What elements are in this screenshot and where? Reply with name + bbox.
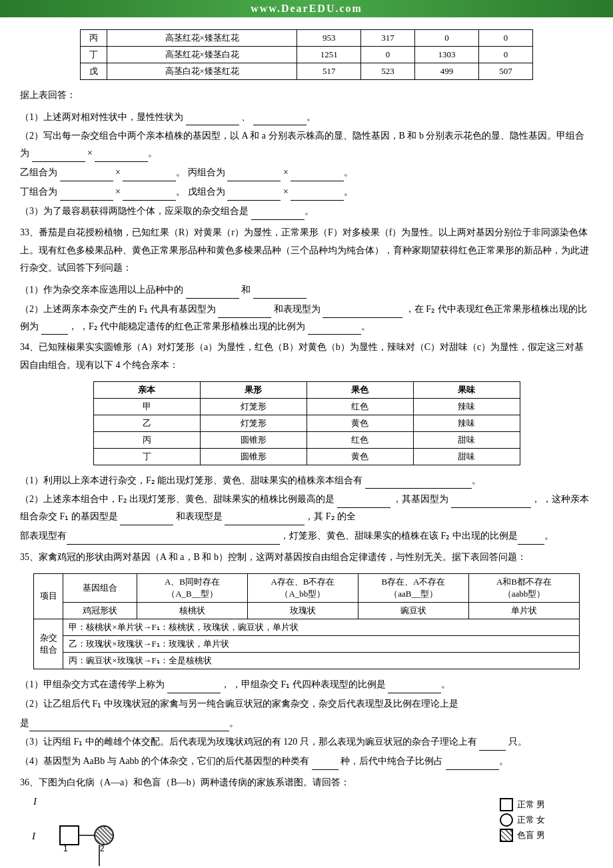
legend-affected-male: 色盲 男 <box>500 829 593 842</box>
q35-2-block: （2）让乙组后代 F₁ 中玫瑰状冠的家禽与另一纯合豌豆状冠的家禽杂交，杂交后代表… <box>20 695 593 713</box>
q35-1-block: （1）甲组杂交方式在遗传学上称为 ， ，甲组杂交 F₁ 代四种表现型的比例是 。 <box>20 676 593 693</box>
pedigree-section: I I 1 <box>20 796 593 868</box>
q34-2-cont: 部表现型有，灯笼形、黄色、甜味果实的植株在该 F₂ 中出现的比例是。 <box>20 527 593 545</box>
q34-2-block: （2）上述亲本组合中，F₂ 出现灯笼形、黄色、甜味果实的植株比例最高的是 ，其基… <box>20 491 593 525</box>
table-row: 丁圆锥形黄色甜味 <box>93 448 520 465</box>
q36-intro: 36、下图为白化病（A—a）和色盲（B—b）两种遗传病的家族系谱图。请回答： <box>20 774 593 792</box>
q2-ding-block: 丁组合为 × 。 戊组合为 × 。 <box>20 183 593 201</box>
q2-wu-blank2 <box>291 190 344 201</box>
q1-blank2 <box>253 115 306 125</box>
q33-2-blank1 <box>218 307 271 318</box>
q33-1-block: （1）作为杂交亲本应选用以上品种中的 和 <box>20 281 593 299</box>
q34-2-blank5 <box>67 534 280 545</box>
q3-blank <box>251 209 305 220</box>
q33-1-blank2 <box>253 288 306 299</box>
q2-bing-blank1 <box>227 171 281 181</box>
site-header: www.DearEDU.com <box>0 0 613 17</box>
q33-2-block: （2）上述两亲本杂交产生的 F₁ 代具有基因型为 和表现型为 ，在 F₂ 代中表… <box>20 301 593 335</box>
q34-1-block: （1）利用以上亲本进行杂交，F₂ 能出现灯笼形、黄色、甜味果实的植株亲本组合有 … <box>20 472 593 489</box>
q34-2-blank6 <box>518 534 544 545</box>
q2-ding-blank1 <box>60 190 113 201</box>
q2-block: （2）写出每一杂交组合中两个亲本植株的基因型，以 A 和 a 分别表示株高的显、… <box>20 127 593 162</box>
q1-block: （1）上述两对相对性状中，显性性状为 、 。 <box>20 109 593 126</box>
q35-3-block: （3）让丙组 F₁ 中的雌雄个体交配。后代表现为玫瑰状鸡冠的有 120 只，那么… <box>20 733 593 751</box>
pedigree-left: I I 1 <box>20 796 486 868</box>
cross-data-table-wrap: 丙高茎红花×矮茎红花95331700丁高茎红花×矮茎白花1251013030戊高… <box>20 27 593 83</box>
svg-text:I: I <box>31 831 36 841</box>
table-row: 戊高茎白花×矮茎红花517523499507 <box>81 63 533 80</box>
legend-normal-female: 正常 女 <box>500 813 593 827</box>
q2-wu-blank1 <box>227 190 281 201</box>
table-row: 丁高茎红花×矮茎白花1251013030 <box>81 47 533 63</box>
q35-1-blank2 <box>388 683 441 693</box>
q35-2-blank-line: 是。 <box>20 715 593 732</box>
chicken-table-wrap: 项目 基因组合 A、B同时存在（A_B__型） A存在、B不存在（A_bb型） … <box>20 571 593 672</box>
table-row: 甲灯笼形红色辣味 <box>93 398 520 415</box>
roman-numeral: I <box>33 796 37 807</box>
q35-1-blank1 <box>167 683 221 693</box>
q2-yi-blank1 <box>60 171 113 181</box>
q2-bing-blank2 <box>291 171 344 181</box>
q34-2-blank1 <box>337 497 390 508</box>
q1-blank1 <box>186 115 239 125</box>
q2-yi-blank2 <box>123 171 176 181</box>
legend-normal-male: 正常 男 <box>500 798 593 811</box>
q2-blank1 <box>32 151 85 162</box>
q33-2-blank4 <box>308 324 361 335</box>
q34-intro: 34、已知辣椒果实实圆锥形（A）对灯笼形（a）为显性，红色（B）对黄色（b）为显… <box>20 339 593 374</box>
table-row: 乙灯笼形黄色辣味 <box>93 415 520 431</box>
pedigree-diagram: I 1 <box>20 813 260 868</box>
fruit-table-wrap: 亲本果形果色果味 甲灯笼形红色辣味乙灯笼形黄色辣味丙圆锥形红色甜味丁圆锥形黄色甜… <box>20 379 593 468</box>
svg-text:1: 1 <box>63 844 68 853</box>
q35-3-blank <box>479 740 506 751</box>
q35-4-block: （4）基因型为 AaBb 与 Aabb 的个体杂交，它们的后代基因型的种类有 种… <box>20 753 593 770</box>
svg-rect-1 <box>60 826 79 845</box>
q34-2-blank2 <box>451 497 531 508</box>
chicken-table: 项目 基因组合 A、B同时存在（A_B__型） A存在、B不存在（A_bb型） … <box>33 573 580 669</box>
q2-blank2 <box>95 151 148 162</box>
cross-data-table: 丙高茎红花×矮茎红花95331700丁高茎红花×矮茎白花1251013030戊高… <box>80 29 533 80</box>
pedigree-legend: 正常 男 正常 女 色盲 男 <box>486 796 593 844</box>
table-row: 丙高茎红花×矮茎红花95331700 <box>81 30 533 47</box>
q34-2-blank3 <box>120 515 173 525</box>
q35-4-blank2 <box>446 759 499 770</box>
q34-2-blank4 <box>225 515 305 525</box>
table-row: 丙圆锥形红色甜味 <box>93 431 520 448</box>
circle-normal-icon <box>500 813 513 827</box>
q33-2-blank2 <box>322 307 402 318</box>
q35-2-blank <box>29 721 229 731</box>
q35-intro: 35、家禽鸡冠的形状由两对基因（A 和 a，B 和 b）控制，这两对基因按自由组… <box>20 549 593 567</box>
square-normal-icon <box>500 798 513 811</box>
square-affected-icon <box>500 829 513 842</box>
svg-text:2: 2 <box>100 844 105 853</box>
q35-4-blank1 <box>312 759 338 770</box>
q33-2-blank3 <box>41 324 68 335</box>
q33-1-blank1 <box>186 288 239 299</box>
q33-intro: 33、番茄是自花授粉植物，已知红果（R）对黄果（r）为显性，正常果形（F）对多棱… <box>20 224 593 277</box>
site-url: www.DearEDU.com <box>251 3 362 14</box>
svg-line-14 <box>95 846 99 850</box>
q2-yi-block: 乙组合为 × 。 丙组合为 × 。 <box>20 164 593 181</box>
fruit-table: 亲本果形果色果味 甲灯笼形红色辣味乙灯笼形黄色辣味丙圆锥形红色甜味丁圆锥形黄色甜… <box>93 381 520 465</box>
q-intro: 据上表回答： <box>20 87 593 105</box>
q2-ding-blank2 <box>123 190 176 201</box>
q3-block: （3）为了最容易获得两隐性个体，应采取的杂交组合是 。 <box>20 203 593 220</box>
q34-1-blank <box>365 478 472 489</box>
